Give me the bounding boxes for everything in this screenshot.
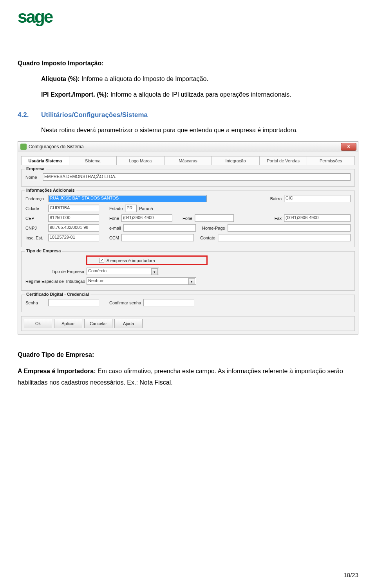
bairro-field[interactable]: CIC [284,195,351,202]
tab-portal-vendas[interactable]: Portal de Vendas [260,156,307,165]
page-number: 18/23 [343,572,358,578]
close-icon[interactable]: X [341,143,356,151]
ok-button[interactable]: Ok [24,319,52,328]
ipi-label: IPI Export./Import. (%): [41,91,108,98]
fone2-field[interactable] [195,214,234,222]
estado-field[interactable]: PR [125,205,137,212]
regime-combo[interactable]: Nenhum [87,277,196,285]
aliquota-label: Alíquota (%): [41,76,80,82]
config-window: Configurações do Sistema X Usuária Siste… [18,141,358,334]
cep-label: CEP [25,216,46,221]
paragraph-ipi: IPI Export./Import. (%): Informe a alíqu… [18,90,358,99]
fieldset-info-adicionais: Informações Adicionais Endereço RUA JOSÉ… [21,191,355,247]
sage-logo-svg: sage [18,8,65,27]
paragraph-aliquota: Alíquota (%): Informe a alíquota do Impo… [18,74,358,84]
estado-label: Estado [109,206,123,211]
window-icon [20,144,27,150]
quadro-tipo-bold: Quadro Tipo de Empresa: [18,351,94,358]
contato-label: Contato [200,236,215,240]
ie-field[interactable]: 10125729-01 [48,234,99,241]
fone-label: Fone [109,216,119,221]
heading-bold: Quadro Imposto Importação: [18,60,104,67]
confirm-senha-field[interactable] [143,299,194,306]
senha-field[interactable] [48,299,99,306]
aplicar-button[interactable]: Aplicar [54,319,82,328]
tipo-empresa-combo[interactable]: Comércio [87,268,159,275]
svg-text:sage: sage [18,8,53,26]
tab-integracao[interactable]: Integração [212,156,260,165]
ipi-text: Informe a alíquota de IPI utilizada para… [108,91,291,98]
heading-quadro-imposto: Quadro Imposto Importação: [18,59,358,68]
section-heading: 4.2.Utilitários/Configurações/Sistema [18,111,358,119]
cancelar-button[interactable]: Cancelar [84,319,112,328]
nome-field[interactable]: EMPRESA DEMONSTRAÇÃO LTDA. [43,173,351,181]
senha-label: Senha [25,300,46,305]
tab-permissoes[interactable]: Permissões [307,156,355,165]
titlebar: Configurações do Sistema X [18,142,358,152]
fieldset-tipo-empresa: Tipo de Empresa ✓ A empresa é importador… [21,251,355,291]
regime-label: Regime Especial de Tributação [25,279,84,284]
section-number: 4.2. [18,111,41,119]
ccm-label: CCM [109,236,119,240]
ajuda-button[interactable]: Ajuda [114,319,143,328]
importadora-label: A Empresa é Importadora: [18,368,96,374]
tab-sistema[interactable]: Sistema [69,156,117,165]
fone2-label: Fone [183,216,192,221]
tabs-row: Usuária Sistema Sistema Logo Marca Másca… [21,156,355,165]
paragraph-rotina: Nesta rotina deverá parametrizar o siste… [18,126,358,135]
button-row: Ok Aplicar Cancelar Ajuda [21,316,355,331]
legend-cert: Certificado Digital - Credencial [25,292,90,297]
chk-importadora-label: A empresa é importadora [107,258,155,263]
legend-info: Informações Adicionais [25,188,76,192]
contato-field[interactable] [218,234,351,241]
homepage-label: Home-Page [202,226,225,230]
tab-usuaria-sistema[interactable]: Usuária Sistema [21,156,69,165]
endereco-field[interactable]: RUA JOSÉ BATISTA DOS SANTOS [48,195,207,202]
bairro-label: Bairro [270,196,282,201]
fone-field[interactable]: (041)3906-4900 [121,214,172,222]
email-label: e-mail [109,226,121,230]
fax-field[interactable]: (0041)3906-4900 [284,214,351,222]
ccm-field[interactable] [121,234,194,241]
ie-label: Insc. Est. [25,236,46,240]
tipo-empresa-label: Tipo de Empresa [25,269,84,274]
cidade-field[interactable]: CURITIBA [48,205,99,212]
homepage-field[interactable] [228,224,351,232]
nome-label: Nome [25,175,40,180]
estado-desc: Paraná [139,206,153,211]
sage-logo: sage [18,8,358,27]
window-title: Configurações do Sistema [29,144,84,149]
cidade-label: Cidade [25,206,46,211]
fieldset-certificado: Certificado Digital - Credencial Senha C… [21,295,355,312]
paragraph-importadora: A Empresa é Importadora: Em caso afirmat… [18,366,358,388]
heading-quadro-tipo: Quadro Tipo de Empresa: [18,350,358,360]
legend-empresa: Empresa [25,166,46,171]
aliquota-text: Informe a alíquota do Imposto de Importa… [80,76,208,82]
tab-logo-marca[interactable]: Logo Marca [117,156,164,165]
cnpj-field[interactable]: 98.765.432/0001-98 [48,224,99,232]
dotted-divider [18,120,358,120]
cnpj-label: CNPJ [25,226,46,230]
highlight-importadora: ✓ A empresa é importadora [86,255,208,265]
endereco-label: Endereço [25,196,46,201]
checkbox-importadora[interactable]: ✓ [99,258,104,263]
confirm-senha-label: Confirmar senha [109,300,141,305]
section-title: Utilitários/Configurações/Sistema [41,111,148,119]
fieldset-empresa: Empresa Nome EMPRESA DEMONSTRAÇÃO LTDA. [21,169,355,187]
email-field[interactable] [123,224,196,232]
legend-tipo: Tipo de Empresa [25,248,62,253]
rotina-text: Nesta rotina deverá parametrizar o siste… [41,127,298,133]
fax-label: Fax [275,216,282,221]
tab-mascaras[interactable]: Máscaras [164,156,212,165]
cep-field[interactable]: 81250-000 [48,214,99,222]
